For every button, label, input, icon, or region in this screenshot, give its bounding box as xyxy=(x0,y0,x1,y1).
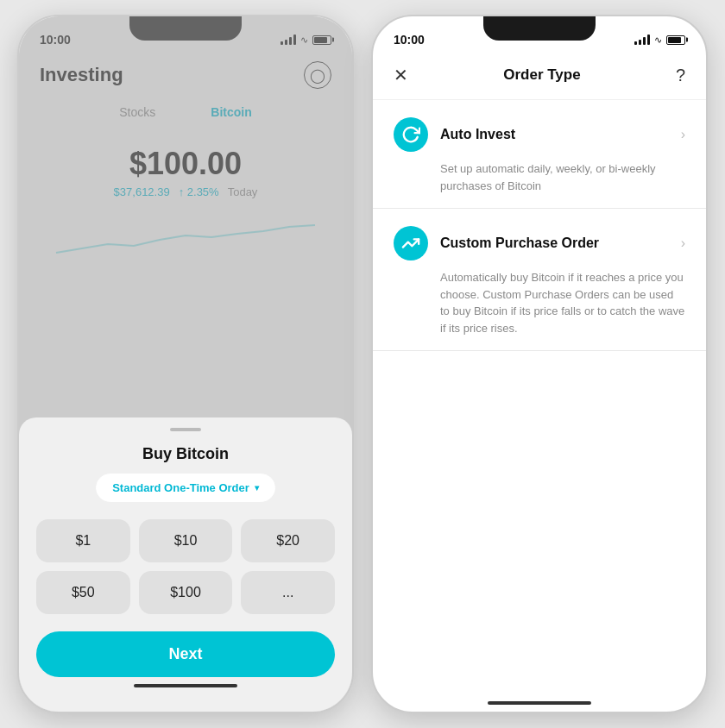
auto-invest-desc: Set up automatic daily, weekly, or bi-we… xyxy=(394,160,685,194)
custom-order-option[interactable]: Custom Purchase Order › Automatically bu… xyxy=(373,209,706,351)
right-status-icons: ∿ xyxy=(634,35,685,46)
auto-invest-left: Auto Invest xyxy=(394,117,515,152)
close-button[interactable]: ✕ xyxy=(394,65,408,85)
custom-order-left: Custom Purchase Order xyxy=(394,226,599,260)
right-signal-icon xyxy=(634,35,650,45)
right-phone: 10:00 ∿ ✕ Order Type xyxy=(371,15,708,713)
sheet-title: Buy Bitcoin xyxy=(36,445,335,463)
right-wifi-icon: ∿ xyxy=(654,35,662,46)
chevron-right-icon-1: › xyxy=(681,127,685,142)
right-home-indicator xyxy=(373,701,706,705)
order-type-selector: Standard One-Time Order ▾ xyxy=(36,474,335,502)
right-battery-icon xyxy=(666,35,685,45)
amount-btn-10[interactable]: $10 xyxy=(139,519,233,562)
order-type-pill[interactable]: Standard One-Time Order ▾ xyxy=(96,474,275,502)
chevron-down-icon: ▾ xyxy=(255,483,259,493)
auto-invest-row: Auto Invest › xyxy=(394,117,685,152)
custom-order-row: Custom Purchase Order › xyxy=(394,226,685,260)
header-title: Order Type xyxy=(503,66,580,84)
amount-btn-20[interactable]: $20 xyxy=(241,519,335,562)
auto-invest-option[interactable]: Auto Invest › Set up automatic daily, we… xyxy=(373,100,706,209)
amount-btn-1[interactable]: $1 xyxy=(36,519,130,562)
left-phone: 10:00 ∿ Investing ◯ xyxy=(17,15,354,713)
bottom-sheet: Buy Bitcoin Standard One-Time Order ▾ $1… xyxy=(19,417,352,712)
help-button[interactable]: ? xyxy=(676,66,685,85)
right-home-bar xyxy=(488,701,591,705)
amount-btn-100[interactable]: $100 xyxy=(139,571,233,614)
amount-btn-more[interactable]: ... xyxy=(241,571,335,614)
next-button[interactable]: Next xyxy=(36,631,335,677)
chevron-right-icon-2: › xyxy=(681,235,685,251)
sheet-handle xyxy=(170,428,201,431)
auto-invest-name: Auto Invest xyxy=(440,127,515,142)
auto-invest-icon xyxy=(394,117,428,152)
amount-btn-50[interactable]: $50 xyxy=(36,571,130,614)
custom-order-icon xyxy=(394,226,428,260)
home-indicator xyxy=(36,677,335,694)
custom-order-desc: Automatically buy Bitcoin if it reaches … xyxy=(394,269,685,336)
amount-grid: $1 $10 $20 $50 $100 ... xyxy=(36,519,335,614)
right-status-time: 10:00 xyxy=(394,33,425,47)
notch-right xyxy=(483,16,596,41)
order-type-header: ✕ Order Type ? xyxy=(373,54,706,100)
order-type-label: Standard One-Time Order xyxy=(112,481,249,494)
phones-container: 10:00 ∿ Investing ◯ xyxy=(17,15,708,713)
custom-order-name: Custom Purchase Order xyxy=(440,235,599,251)
home-bar xyxy=(134,684,237,687)
